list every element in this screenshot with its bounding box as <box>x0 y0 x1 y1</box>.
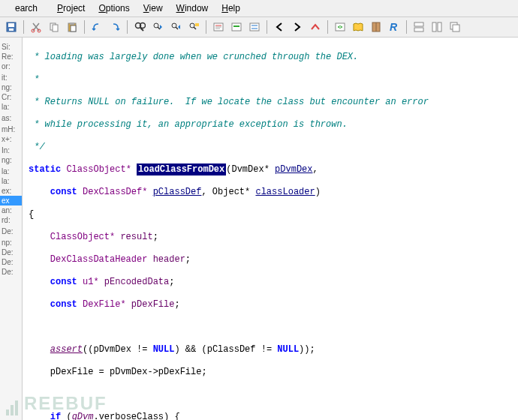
svg-rect-38 <box>453 25 459 32</box>
svg-line-16 <box>176 27 178 29</box>
save-button[interactable] <box>3 19 20 35</box>
svg-rect-33 <box>414 22 423 26</box>
svg-rect-34 <box>414 28 423 32</box>
window-cascade-button[interactable] <box>447 19 463 35</box>
menu-bar: earch Project Options View Window Help <box>0 0 518 17</box>
svg-rect-9 <box>71 26 76 32</box>
book-button[interactable] <box>368 19 384 35</box>
svg-rect-26 <box>250 23 259 31</box>
svg-rect-36 <box>438 22 441 32</box>
svg-text:R: R <box>390 21 398 33</box>
relation-button[interactable]: R <box>386 19 402 35</box>
find-button[interactable] <box>131 19 148 35</box>
redo-button[interactable] <box>107 19 123 35</box>
undo-button[interactable] <box>89 19 105 35</box>
find-next-button[interactable] <box>167 19 184 35</box>
svg-rect-25 <box>233 26 239 27</box>
code-editor[interactable]: * loading was largely done when we crunc… <box>23 38 518 420</box>
window-tile-h-button[interactable] <box>411 19 427 35</box>
svg-rect-6 <box>53 25 58 32</box>
nav-back-button[interactable] <box>271 19 288 35</box>
nav-fwd-button[interactable] <box>289 19 306 35</box>
goto-def-button[interactable] <box>228 19 245 35</box>
find-prev-button[interactable] <box>149 19 166 35</box>
toolbar: R <box>0 17 518 38</box>
svg-rect-1 <box>8 23 14 27</box>
book-open-button[interactable] <box>350 19 366 35</box>
svg-rect-29 <box>336 23 345 31</box>
paste-button[interactable] <box>64 19 80 35</box>
menu-search[interactable]: earch <box>3 2 50 15</box>
copy-button[interactable] <box>46 19 62 35</box>
svg-rect-2 <box>9 28 14 31</box>
menu-help[interactable]: Help <box>215 2 246 15</box>
svg-line-18 <box>194 27 196 29</box>
menu-window[interactable]: Window <box>170 2 215 15</box>
svg-rect-8 <box>70 22 74 25</box>
menu-view[interactable]: View <box>137 2 169 15</box>
window-tile-v-button[interactable] <box>429 19 445 35</box>
menu-options[interactable]: Options <box>92 2 135 15</box>
svg-rect-35 <box>432 22 436 32</box>
goto-ref-button[interactable] <box>246 19 263 35</box>
symbol-sidebar[interactable]: Si: Re: or: it: ng: Cr: la: as: mH: x+: … <box>0 38 23 420</box>
highlighted-symbol: loadClassFromDex <box>137 164 226 176</box>
search-files-button[interactable] <box>185 19 202 35</box>
goto-line-button[interactable] <box>210 19 227 35</box>
sync-button[interactable] <box>332 19 348 35</box>
svg-rect-19 <box>195 23 199 26</box>
nav-up-button[interactable] <box>307 19 324 35</box>
cut-button[interactable] <box>28 19 44 35</box>
svg-line-14 <box>158 27 160 29</box>
menu-project[interactable]: Project <box>51 2 91 15</box>
